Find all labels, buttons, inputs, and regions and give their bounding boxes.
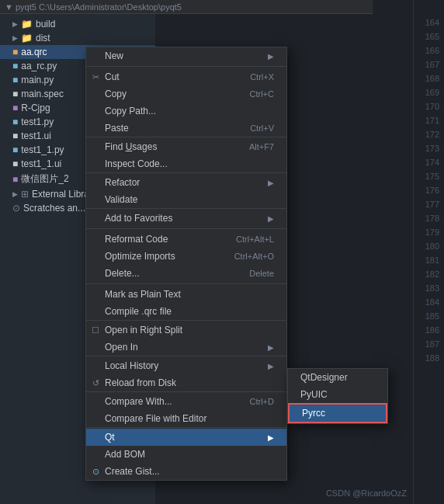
qt-submenu: QtDesigner PyUIC Pyrcc bbox=[287, 368, 388, 424]
menu-item-find-usages[interactable]: Find Usages Alt+F7 bbox=[86, 138, 286, 155]
menu-item-open-in[interactable]: Open In ▶ bbox=[86, 339, 286, 356]
menu-item-compile-qrc[interactable]: Compile .qrc file bbox=[86, 303, 286, 321]
menu-item-add-bom[interactable]: Add BOM bbox=[86, 446, 286, 463]
tree-item-label: test1.ui bbox=[21, 130, 51, 141]
menu-item-label: Copy bbox=[105, 89, 127, 99]
line-num: 183 bbox=[414, 281, 444, 295]
line-num: 188 bbox=[414, 351, 444, 365]
line-num: 166 bbox=[414, 43, 444, 57]
submenu-item-pyrcc[interactable]: Pyrcc bbox=[288, 403, 387, 423]
file-icon: ■ bbox=[12, 144, 18, 155]
tree-item-dist[interactable]: ▶ 📁 dist bbox=[0, 31, 155, 45]
menu-item-label: Paste bbox=[105, 123, 129, 134]
shortcut-label: Ctrl+D bbox=[250, 397, 274, 406]
submenu-item-label: Pyrcc bbox=[302, 408, 325, 419]
shortcut-label: Ctrl+V bbox=[250, 123, 274, 133]
tree-item-label: dist bbox=[36, 33, 50, 43]
menu-item-copy[interactable]: Copy Ctrl+C bbox=[86, 85, 286, 103]
menu-item-label: Add to Favorites bbox=[105, 213, 172, 224]
file-icon: ■ bbox=[12, 116, 18, 127]
tree-item-label: build bbox=[36, 19, 55, 30]
tree-item-build[interactable]: ▶ 📁 build bbox=[0, 17, 155, 31]
line-num: 165 bbox=[414, 30, 444, 43]
menu-item-label: Compare File with Editor bbox=[105, 413, 206, 424]
menu-item-inspect-code[interactable]: Inspect Code... bbox=[86, 155, 286, 173]
line-num: 173 bbox=[414, 141, 444, 155]
menu-item-mark-plain[interactable]: Mark as Plain Text bbox=[86, 286, 286, 303]
tree-item-label: 微信图片_2 bbox=[21, 172, 68, 186]
menu-item-delete[interactable]: Delete... Delete bbox=[86, 265, 286, 282]
menu-item-paste[interactable]: Paste Ctrl+V bbox=[86, 120, 286, 137]
submenu-arrow-icon: ▶ bbox=[268, 362, 274, 370]
menu-separator bbox=[86, 283, 286, 284]
menu-item-label: Local History bbox=[105, 360, 158, 371]
file-icon: ■ bbox=[12, 103, 18, 113]
menu-item-label: Open In bbox=[105, 342, 138, 353]
tree-item-label: main.spec bbox=[21, 89, 64, 99]
context-menu: New ▶ ✂ Cut Ctrl+X Copy Ctrl+C Copy Path… bbox=[85, 47, 287, 481]
menu-item-label: Create Gist... bbox=[105, 466, 160, 477]
menu-item-new[interactable]: New ▶ bbox=[86, 47, 286, 64]
line-num: 177 bbox=[414, 197, 444, 211]
shortcut-label: Delete bbox=[249, 269, 274, 278]
shortcut-label: Ctrl+Alt+L bbox=[236, 235, 274, 244]
menu-item-cut[interactable]: ✂ Cut Ctrl+X bbox=[86, 68, 286, 85]
line-num: 164 bbox=[414, 16, 444, 30]
file-icon: ■ bbox=[12, 75, 18, 85]
watermark: CSDN @RicardoOzZ bbox=[326, 488, 407, 498]
submenu-item-qtdesigner[interactable]: QtDesigner bbox=[288, 369, 387, 386]
folder-icon: ⊞ bbox=[21, 189, 29, 200]
submenu-arrow-icon: ▶ bbox=[268, 52, 274, 61]
menu-item-label: Refactor bbox=[105, 177, 140, 188]
tree-item-label: test1_1.ui bbox=[21, 158, 61, 169]
menu-item-optimize-imports[interactable]: Optimize Imports Ctrl+Alt+O bbox=[86, 248, 286, 265]
gist-icon: ⊙ bbox=[89, 467, 102, 477]
cut-icon: ✂ bbox=[89, 72, 102, 82]
line-num: 174 bbox=[414, 155, 444, 169]
menu-item-label: Inspect Code... bbox=[105, 158, 168, 169]
menu-item-reformat[interactable]: Reformat Code Ctrl+Alt+L bbox=[86, 231, 286, 248]
file-icon: ■ bbox=[12, 47, 18, 57]
menu-item-qt[interactable]: Qt ▶ bbox=[86, 429, 286, 446]
line-numbers: 164 165 166 167 168 169 170 171 172 173 … bbox=[413, 0, 444, 504]
tree-item-label: test1_1.py bbox=[21, 144, 64, 155]
menu-item-local-history[interactable]: Local History ▶ bbox=[86, 357, 286, 374]
menu-item-open-right-split[interactable]: ☐ Open in Right Split bbox=[86, 322, 286, 339]
line-num: 181 bbox=[414, 253, 444, 267]
submenu-arrow-icon: ▶ bbox=[268, 433, 274, 442]
menu-item-compare-file-editor[interactable]: Compare File with Editor bbox=[86, 410, 286, 428]
file-icon: ■ bbox=[12, 158, 18, 169]
line-num: 184 bbox=[414, 295, 444, 309]
line-num: 185 bbox=[414, 309, 444, 323]
shortcut-label: Ctrl+Alt+O bbox=[234, 252, 274, 261]
folder-icon: 📁 bbox=[21, 33, 33, 43]
menu-item-label: Copy Path... bbox=[105, 106, 156, 116]
menu-item-label: Qt bbox=[105, 432, 115, 443]
menu-item-label: Reload from Disk bbox=[105, 377, 176, 388]
tree-item-label: test1.py bbox=[21, 116, 54, 127]
shortcut-label: Ctrl+X bbox=[250, 72, 274, 82]
menu-item-reload-from-disk[interactable]: ↺ Reload from Disk bbox=[86, 374, 286, 392]
menu-item-create-gist[interactable]: ⊙ Create Gist... bbox=[86, 463, 286, 480]
line-num: 175 bbox=[414, 169, 444, 183]
menu-item-label: Delete... bbox=[105, 268, 140, 279]
menu-item-label: Mark as Plain Text bbox=[105, 289, 181, 300]
line-num: 167 bbox=[414, 57, 444, 71]
shortcut-label: Ctrl+C bbox=[250, 89, 274, 99]
menu-item-copy-path[interactable]: Copy Path... bbox=[86, 103, 286, 120]
line-num: 172 bbox=[414, 127, 444, 141]
menu-separator bbox=[86, 66, 286, 67]
menu-item-refactor[interactable]: Refactor ▶ bbox=[86, 174, 286, 191]
menu-item-add-favorites[interactable]: Add to Favorites ▶ bbox=[86, 210, 286, 227]
menu-item-compare-with[interactable]: Compare With... Ctrl+D bbox=[86, 393, 286, 410]
project-path: ▼ pyqt5 C:\Users\Administrator\Desktop\p… bbox=[0, 0, 373, 14]
line-num: 176 bbox=[414, 183, 444, 197]
split-icon: ☐ bbox=[89, 325, 102, 335]
folder-icon: ⊙ bbox=[12, 203, 20, 214]
menu-item-label: Compile .qrc file bbox=[105, 306, 172, 317]
file-icon: ■ bbox=[12, 89, 18, 99]
submenu-item-pyuic[interactable]: PyUIC bbox=[288, 386, 387, 403]
line-num: 170 bbox=[414, 99, 444, 113]
menu-item-validate[interactable]: Validate bbox=[86, 191, 286, 209]
tree-item-label: R-Cjpg bbox=[21, 103, 50, 113]
